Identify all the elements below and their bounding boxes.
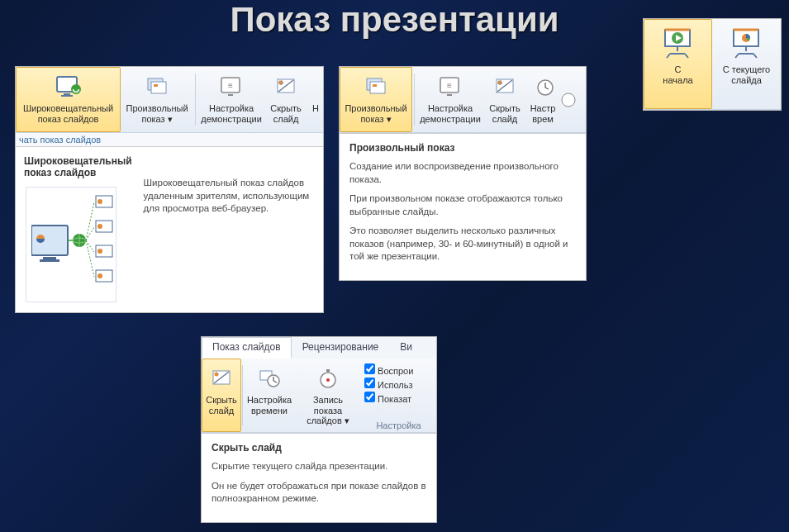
hide-slide-icon xyxy=(491,73,519,101)
tab-view-truncated[interactable]: Ви xyxy=(389,337,423,359)
svg-line-52 xyxy=(667,54,670,58)
option-use-timings[interactable]: Использ xyxy=(364,378,436,390)
group-label: чать показ слайдов xyxy=(16,133,323,146)
tooltip-title: Скрыть слайд xyxy=(212,442,426,454)
tooltip-text: Скрытие текущего слайда презентации. xyxy=(212,460,426,473)
svg-line-61 xyxy=(753,54,757,58)
button-label: Настройка демонстрации xyxy=(420,103,481,124)
svg-rect-71 xyxy=(326,369,330,372)
hide-slide-button[interactable]: Скрыть слайд xyxy=(265,67,307,132)
svg-point-27 xyxy=(97,224,102,229)
truncated-button[interactable]: Н xyxy=(307,67,323,132)
custom-show-tooltip: Произвольный показ Создание или воспроиз… xyxy=(340,133,586,280)
svg-text:≡: ≡ xyxy=(447,81,452,90)
checkbox[interactable] xyxy=(364,378,375,388)
label: Показат xyxy=(378,394,411,404)
tab-slideshow[interactable]: Показ слайдов xyxy=(202,337,292,359)
label: Использ xyxy=(378,380,412,390)
options-checklist: Воспрои Использ Показат xyxy=(361,359,436,409)
broadcast-icon xyxy=(55,73,83,101)
button-label: Произвольный показ ▾ xyxy=(345,103,406,124)
svg-rect-35 xyxy=(370,82,385,93)
projector-play-icon xyxy=(660,26,696,59)
ribbon-bar: Произвольный показ ▾ ≡ Настройка демонст… xyxy=(340,67,586,133)
button-label: Скрыть слайд xyxy=(489,103,520,124)
tooltip-text: Создание или воспроизведение произвольно… xyxy=(349,160,576,186)
svg-rect-2 xyxy=(61,95,73,97)
tooltip-text: Широковещательный показ слайдов удаленны… xyxy=(144,177,313,216)
group-label: Настройка xyxy=(361,419,436,432)
broadcast-diagram xyxy=(26,187,116,302)
button-label: Скрыть слайд xyxy=(270,103,302,124)
svg-rect-39 xyxy=(447,94,452,96)
button-label: Н xyxy=(312,103,319,114)
custom-show-icon xyxy=(362,73,390,101)
setup-icon: ≡ xyxy=(436,73,464,101)
record-slideshow-button[interactable]: Запись показа слайдов ▾ xyxy=(295,359,361,432)
custom-show-ribbon-panel: Произвольный показ ▾ ≡ Настройка демонст… xyxy=(339,66,587,281)
hide-slide-button[interactable]: Скрыть слайд xyxy=(484,67,525,132)
hide-slide-icon xyxy=(272,73,300,101)
svg-point-47 xyxy=(562,93,575,107)
custom-show-button[interactable]: Произвольный показ ▾ xyxy=(121,67,193,132)
ribbon-bar: С начала С текущего слайда xyxy=(644,19,781,110)
clock-icon xyxy=(531,73,559,101)
option-play-narrations[interactable]: Воспрои xyxy=(364,363,436,376)
clock-icon xyxy=(255,364,283,392)
projector-chart-icon xyxy=(729,26,765,59)
svg-point-33 xyxy=(97,273,102,278)
tab-review[interactable]: Рецензирование xyxy=(292,337,390,359)
hide-slide-ribbon-panel: Показ слайдов Рецензирование Ви Скрыть с… xyxy=(201,336,437,523)
rehearse-timings-button-truncated[interactable]: Настр врем xyxy=(525,67,560,132)
ribbon-bar: Широковещательный показ слайдов Произвол… xyxy=(16,67,323,133)
svg-rect-17 xyxy=(40,259,59,262)
hide-slide-icon xyxy=(207,364,235,392)
svg-line-28 xyxy=(86,240,94,252)
label: Воспрои xyxy=(378,366,413,376)
separator xyxy=(414,74,415,126)
svg-point-64 xyxy=(215,373,219,377)
button-label: Произвольный показ ▾ xyxy=(126,103,188,124)
hide-slide-button[interactable]: Скрыть слайд xyxy=(202,359,241,432)
svg-rect-6 xyxy=(154,84,158,87)
svg-point-30 xyxy=(97,249,102,254)
from-beginning-button[interactable]: С начала xyxy=(644,19,712,109)
button-label: С текущего слайда xyxy=(723,64,770,85)
ribbon-bar: Скрыть слайд Настройка времени Запись по… xyxy=(202,359,436,433)
rehearse-timings-button[interactable]: Настройка времени xyxy=(244,359,295,432)
setup-icon: ≡ xyxy=(217,73,245,101)
svg-rect-1 xyxy=(64,93,70,95)
svg-rect-16 xyxy=(43,257,56,259)
broadcast-slideshow-button[interactable]: Широковещательный показ слайдов xyxy=(16,67,121,132)
from-current-slide-button[interactable]: С текущего слайда xyxy=(712,19,781,109)
checkbox[interactable] xyxy=(364,363,375,374)
svg-line-60 xyxy=(735,54,739,58)
checkbox[interactable] xyxy=(364,392,375,402)
button-label: Настр врем xyxy=(530,103,556,124)
ribbon-tabs: Показ слайдов Рецензирование Ви xyxy=(202,337,436,359)
separator xyxy=(242,365,243,425)
custom-show-icon xyxy=(143,73,171,101)
button-label: С начала xyxy=(663,64,692,85)
broadcast-tooltip: Широковещательный показ слайдов xyxy=(16,146,323,312)
svg-rect-9 xyxy=(228,94,233,96)
stopwatch-icon xyxy=(314,364,342,392)
tooltip-text: Это позволяет выделить несколько различн… xyxy=(349,225,576,264)
setup-show-button[interactable]: ≡ Настройка демонстрации xyxy=(416,67,484,132)
clock-icon xyxy=(312,73,322,101)
setup-show-button[interactable]: ≡ Настройка демонстрации xyxy=(197,67,265,132)
svg-point-72 xyxy=(326,378,330,382)
button-label: Настройка времени xyxy=(247,395,292,416)
svg-line-22 xyxy=(86,202,94,240)
start-show-ribbon-panel: С начала С текущего слайда xyxy=(643,18,782,111)
svg-rect-5 xyxy=(151,82,166,93)
svg-point-24 xyxy=(97,199,102,204)
separator xyxy=(195,74,196,126)
tooltip-text: Он не будет отображаться при показе слай… xyxy=(212,480,426,506)
custom-show-button[interactable]: Произвольный показ ▾ xyxy=(340,67,412,132)
button-label: Настройка демонстрации xyxy=(201,103,262,124)
tooltip-title: Произвольный показ xyxy=(349,142,576,154)
button-label: Запись показа слайдов ▾ xyxy=(301,395,355,426)
hide-slide-tooltip: Скрыть слайд Скрытие текущего слайда пре… xyxy=(202,433,436,522)
option-show-controls[interactable]: Показат xyxy=(364,392,436,404)
